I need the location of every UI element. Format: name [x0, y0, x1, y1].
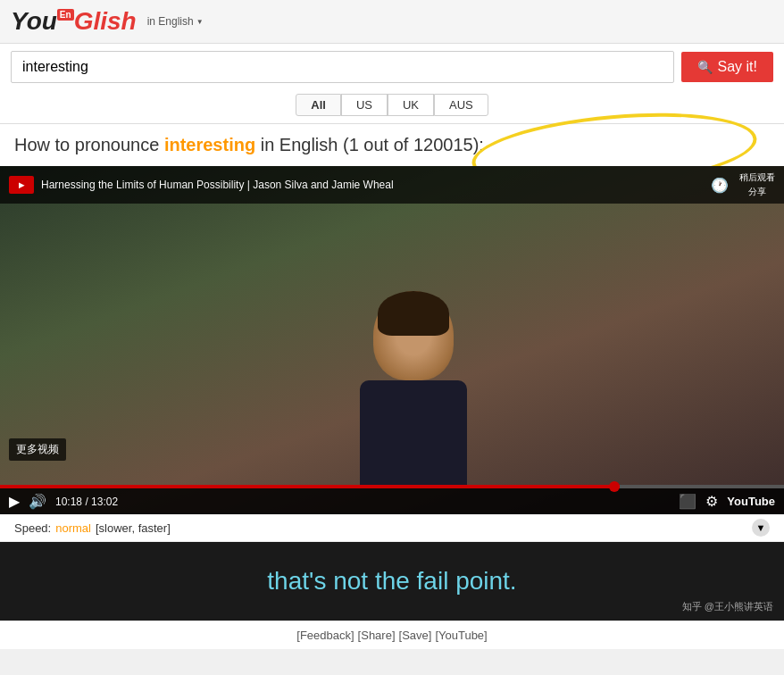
time-total: 13:02 [91, 496, 118, 508]
watermark: 知乎 @王小熊讲英语 [682, 600, 773, 613]
video-progress-bar[interactable] [0, 485, 784, 488]
pronounce-heading: How to pronounce interesting in English … [0, 124, 784, 166]
logo-glish: Glish [74, 7, 137, 36]
footer-links: [Feedback] [Share] [Save] [YouTube] [0, 621, 784, 649]
header: YouEnGlish in English ▼ [0, 0, 784, 44]
share-link[interactable]: [Share] [358, 629, 396, 642]
video-container: ▶ Harnessing the Limits of Human Possibi… [0, 166, 784, 514]
video-title: Harnessing the Limits of Human Possibili… [41, 179, 704, 191]
speed-line: Speed: normal [slower, faster] ▼ [0, 514, 784, 542]
filter-tabs: All US UK AUS [0, 90, 784, 124]
settings-icon[interactable]: ⚙ [705, 493, 718, 510]
youtube-channel-icon: ▶ [9, 176, 34, 194]
tab-uk[interactable]: UK [388, 94, 434, 116]
youtube-logo[interactable]: YouTube [727, 495, 775, 508]
subtitle-wrapper: that's not the fail point. 知乎 @王小熊讲英语 [0, 542, 784, 621]
person-body [360, 380, 467, 488]
time-current: 10:18 [55, 496, 82, 508]
search-icon: 🔍 [697, 60, 713, 74]
youtube-link[interactable]: [YouTube] [435, 629, 487, 642]
search-bar: 🔍 Say it! [0, 44, 784, 90]
feedback-link[interactable]: [Feedback] [296, 629, 354, 642]
video-scene [0, 166, 784, 514]
logo-en-badge: En [57, 9, 74, 21]
tab-aus[interactable]: AUS [434, 94, 488, 116]
language-label: in English [147, 15, 194, 28]
video-controls: ▶ 🔊 10:18 / 13:02 ⬛ ⚙ YouTube [0, 485, 784, 514]
person-hair [378, 291, 449, 336]
video-progress-filled [0, 485, 620, 488]
video-share-area: 稍后观看 分享 [739, 171, 775, 198]
say-it-button[interactable]: 🔍 Say it! [681, 52, 773, 82]
video-progress-dot [609, 481, 620, 492]
search-input[interactable] [11, 51, 674, 83]
volume-button[interactable]: 🔊 [29, 493, 46, 510]
share-label[interactable]: 分享 [748, 186, 766, 198]
play-button[interactable]: ▶ [9, 493, 20, 510]
controls-right: ⬛ ⚙ YouTube [679, 493, 775, 510]
language-selector[interactable]: in English ▼ [147, 15, 204, 28]
subtitles-icon[interactable]: ⬛ [679, 493, 696, 510]
speed-label: Speed: [14, 521, 51, 535]
video-frame[interactable]: ▶ Harnessing the Limits of Human Possibi… [0, 166, 784, 514]
pronounce-prefix: How to pronounce [14, 135, 164, 154]
logo[interactable]: YouEnGlish [11, 7, 137, 36]
pronounce-suffix: in English (1 out of 120015): [255, 135, 484, 154]
video-top-controls: 🕐 稍后观看 分享 [711, 171, 775, 198]
tab-all[interactable]: All [296, 94, 341, 116]
video-controls-row: ▶ 🔊 10:18 / 13:02 ⬛ ⚙ YouTube [0, 488, 784, 514]
subtitle-area: that's not the fail point. [0, 542, 784, 621]
scroll-button[interactable]: ▼ [752, 519, 770, 537]
play-icon: ▶ [19, 181, 24, 189]
speed-options[interactable]: [slower, faster] [96, 521, 171, 535]
clock-icon[interactable]: 🕐 [711, 177, 729, 194]
more-videos-label: 更多视频 [16, 443, 59, 455]
say-it-label: Say it! [718, 59, 757, 75]
save-link[interactable]: [Save] [399, 629, 432, 642]
time-display: 10:18 / 13:02 [55, 496, 118, 508]
subtitle-text: that's not the fail point. [267, 567, 516, 596]
person-head [373, 291, 454, 380]
watch-later-label[interactable]: 稍后观看 [739, 171, 775, 184]
tab-us[interactable]: US [341, 94, 388, 116]
speed-current-value[interactable]: normal [55, 521, 91, 535]
more-videos-overlay[interactable]: 更多视频 [9, 438, 66, 461]
pronounce-word: interesting [164, 135, 255, 154]
person-figure [360, 291, 467, 488]
video-title-bar: ▶ Harnessing the Limits of Human Possibi… [0, 166, 784, 204]
dropdown-arrow-icon: ▼ [196, 18, 204, 26]
logo-you: You [11, 7, 57, 36]
